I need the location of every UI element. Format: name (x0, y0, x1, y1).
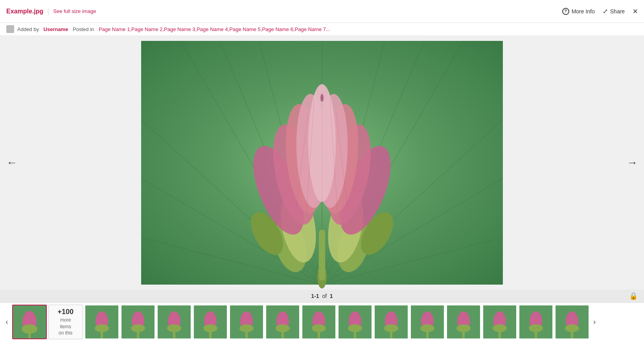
svg-point-67 (312, 324, 326, 332)
thumbnail-item[interactable] (519, 305, 553, 339)
thumbnail-image (483, 305, 516, 338)
more-info-label: More Info (572, 8, 595, 15)
thumbnail-image (339, 305, 372, 338)
svg-rect-72 (354, 331, 356, 338)
thumbnail-item[interactable] (121, 305, 155, 339)
more-line3: on this (59, 330, 72, 336)
thumbnail-image (411, 305, 444, 338)
thumbnail-item[interactable] (12, 305, 47, 339)
share-icon: ⤢ (603, 7, 608, 15)
svg-point-55 (203, 324, 217, 332)
pages-link[interactable]: Page Name 1,Page Name 2,Page Name 3,Page… (99, 26, 330, 32)
username-link[interactable]: Username (44, 26, 68, 32)
thumbnail-item[interactable] (338, 305, 372, 339)
svg-point-95 (565, 324, 579, 332)
thumbnail-item[interactable] (410, 305, 445, 339)
thumbnail-image (302, 305, 335, 338)
svg-point-36 (320, 94, 324, 102)
svg-point-75 (384, 324, 398, 332)
header-divider (48, 7, 48, 15)
lock-icon[interactable]: 🔒 (629, 292, 638, 300)
svg-point-71 (348, 324, 362, 332)
see-full-size-link[interactable]: See full size image (53, 8, 96, 14)
more-line1: more (60, 317, 71, 324)
avatar (6, 25, 14, 33)
more-info-button[interactable]: ? More Info (562, 8, 595, 15)
meta-bar: Added by Username Posted in Page Name 1,… (0, 23, 644, 36)
thumbnail-image (158, 305, 191, 338)
posted-in-label: Posted in (73, 26, 94, 32)
thumbnail-item[interactable] (229, 305, 264, 339)
image-display (141, 36, 503, 290)
more-items-box[interactable]: +100 more items on this (48, 305, 83, 339)
main-image-area: ← (0, 36, 644, 290)
svg-point-47 (131, 324, 145, 332)
pagination-text: 1-1 of 1 (311, 293, 333, 299)
thumbnail-item[interactable] (555, 305, 589, 339)
thumbnail-image (13, 305, 46, 338)
thumbnail-prev-button[interactable]: ‹ (3, 316, 11, 328)
svg-rect-80 (426, 331, 429, 338)
svg-rect-40 (28, 332, 31, 338)
svg-rect-96 (571, 331, 573, 338)
svg-rect-88 (499, 331, 501, 338)
pagination-current: 1-1 (311, 293, 319, 299)
thumbnail-item[interactable] (374, 305, 408, 339)
thumbnail-item[interactable] (85, 305, 119, 339)
file-title: Example.jpg (6, 8, 43, 15)
svg-rect-92 (535, 331, 537, 338)
thumbnail-next-button[interactable]: › (591, 316, 598, 328)
thumbnail-image (85, 305, 118, 338)
thumbnail-image (447, 305, 480, 338)
share-button[interactable]: ⤢ Share (603, 7, 625, 15)
svg-point-91 (529, 324, 543, 332)
svg-rect-60 (245, 331, 248, 338)
share-label: Share (610, 8, 625, 15)
pagination-separator: of (322, 293, 327, 299)
svg-rect-15 (319, 230, 325, 281)
thumbnail-strip: ‹ +100 more items on this (0, 302, 644, 341)
svg-rect-52 (173, 331, 175, 338)
thumbnail-image (375, 305, 408, 338)
pagination-total: 1 (330, 293, 333, 299)
thumbnail-image (194, 305, 227, 338)
more-line2: items (60, 324, 71, 330)
svg-point-63 (276, 324, 290, 332)
thumbnail-image (230, 305, 263, 338)
header-left: Example.jpg See full size image (6, 7, 96, 15)
thumbnail-item[interactable] (157, 305, 191, 339)
thumbnail-item[interactable] (302, 305, 336, 339)
info-icon: ? (562, 8, 569, 15)
thumbnail-item[interactable] (446, 305, 481, 339)
thumbnail-item[interactable] (193, 305, 228, 339)
thumbnail-image (266, 305, 299, 338)
close-button[interactable]: × (633, 7, 638, 16)
thumbnail-image (556, 305, 589, 338)
thumbnail-item[interactable] (482, 305, 517, 339)
thumbnail-item[interactable] (265, 305, 300, 339)
svg-rect-68 (318, 331, 320, 338)
svg-rect-64 (282, 331, 284, 338)
thumbnail-image (121, 305, 155, 338)
svg-rect-56 (209, 331, 212, 338)
prev-image-button[interactable]: ← (3, 153, 20, 172)
lotus-image-svg (141, 36, 503, 290)
svg-point-59 (239, 324, 254, 332)
svg-rect-48 (137, 331, 139, 338)
svg-rect-44 (101, 331, 103, 338)
pagination-bar: 1-1 of 1 🔒 (0, 290, 644, 302)
svg-point-51 (167, 324, 181, 332)
svg-rect-76 (390, 331, 392, 338)
header: Example.jpg See full size image ? More I… (0, 0, 644, 23)
svg-rect-84 (462, 331, 465, 338)
next-image-button[interactable]: → (624, 153, 641, 172)
svg-point-43 (95, 324, 109, 332)
svg-point-79 (420, 324, 434, 332)
header-right: ? More Info ⤢ Share × (562, 7, 638, 16)
thumbnail-image (519, 305, 552, 338)
svg-point-87 (493, 324, 507, 332)
more-count: +100 (57, 307, 74, 317)
added-by-label: Added by (17, 26, 39, 32)
svg-point-83 (456, 324, 471, 332)
